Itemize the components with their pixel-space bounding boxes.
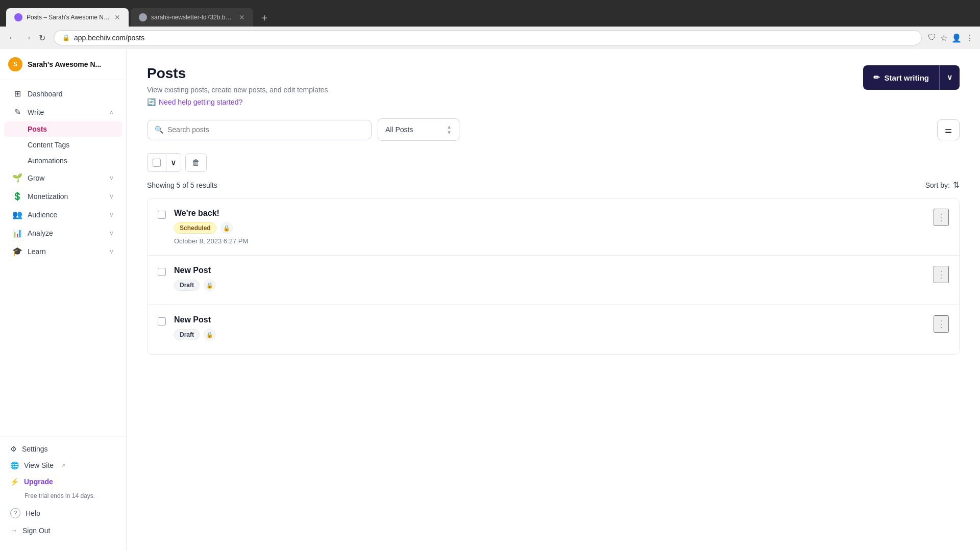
header-left: Posts View existing posts, create new po… xyxy=(147,65,328,106)
filter-label: All Posts xyxy=(385,126,413,134)
sort-label: Sort by: xyxy=(925,181,950,189)
sidebar-item-dashboard[interactable]: ⊞ Dashboard xyxy=(4,85,122,103)
trial-text: Free trial ends in 14 days. xyxy=(24,492,95,499)
tab-title-2: sarahs-newsletter-fd732b.beehi... xyxy=(151,14,235,21)
search-icon: 🔍 xyxy=(155,126,163,134)
post-2-content: New Post Draft 🔒 xyxy=(174,266,925,294)
select-all-checkbox-area[interactable] xyxy=(148,155,166,171)
filter-select[interactable]: All Posts ▲ ▼ xyxy=(378,118,459,141)
sidebar-item-learn[interactable]: 🎓 Learn ∨ xyxy=(4,242,122,260)
sidebar-logo: S xyxy=(8,57,22,71)
audience-label: Audience xyxy=(28,211,57,219)
upgrade-icon: ⚡ xyxy=(10,478,19,486)
table-row: We're back! Scheduled 🔒 October 8, 2023 … xyxy=(148,198,959,256)
delete-button[interactable]: 🗑 xyxy=(185,154,207,172)
sidebar-item-write[interactable]: ✎ Write ∧ xyxy=(4,103,122,121)
search-input[interactable] xyxy=(167,126,364,134)
columns-filter-button[interactable]: ⚌ xyxy=(937,119,960,140)
sidebar-item-automations[interactable]: Automations xyxy=(4,153,122,168)
sidebar-footer: ⚙ Settings 🌐 View Site ↗ ⚡ Upgrade Free … xyxy=(0,436,126,543)
browser-tab-2[interactable]: sarahs-newsletter-fd732b.beehi... ✕ xyxy=(131,8,253,27)
post-1-badges: Scheduled 🔒 xyxy=(174,222,925,234)
address-text: app.beehiiv.com/posts xyxy=(74,34,144,42)
sidebar-item-grow[interactable]: 🌱 Grow ∨ xyxy=(4,169,122,187)
post-2-more-button[interactable]: ⋮ xyxy=(934,266,949,283)
search-box[interactable]: 🔍 xyxy=(147,120,372,139)
columns-icon: ⚌ xyxy=(945,125,952,135)
sidebar-item-help[interactable]: ? Help xyxy=(4,504,122,522)
app-layout: S Sarah's Awesome N... ⊞ Dashboard ✎ Wri… xyxy=(0,49,980,551)
sidebar-item-settings[interactable]: ⚙ Settings xyxy=(4,441,122,457)
table-row: New Post Draft 🔒 ⋮ xyxy=(148,256,959,305)
grow-label: Grow xyxy=(28,174,44,182)
post-2-title[interactable]: New Post xyxy=(174,266,925,275)
learn-chevron-icon: ∨ xyxy=(109,248,114,255)
sidebar-item-view-site[interactable]: 🌐 View Site ↗ xyxy=(4,457,122,473)
learn-label: Learn xyxy=(28,247,46,256)
view-site-label: View Site xyxy=(24,461,54,469)
post-1-date: October 8, 2023 6:27 PM xyxy=(174,237,925,245)
select-all-checkbox[interactable] xyxy=(153,159,161,167)
lock-icon: 🔒 xyxy=(62,34,70,41)
post-1-checkbox[interactable] xyxy=(158,211,166,219)
browser-tab-active[interactable]: Posts – Sarah's Awesome Newsl... ✕ xyxy=(6,8,129,27)
dashboard-icon: ⊞ xyxy=(12,89,22,98)
help-icon: ? xyxy=(10,508,20,518)
help-link[interactable]: 🔄 Need help getting started? xyxy=(147,98,328,106)
post-3-more-button[interactable]: ⋮ xyxy=(934,315,949,333)
filter-arrows-icon: ▲ ▼ xyxy=(447,124,452,135)
tab-close-2[interactable]: ✕ xyxy=(239,13,245,21)
sidebar-item-upgrade[interactable]: ⚡ Upgrade xyxy=(4,473,122,490)
post-3-badges: Draft 🔒 xyxy=(174,329,925,341)
start-writing-label: Start writing xyxy=(884,73,929,82)
sidebar-item-posts[interactable]: Posts xyxy=(4,121,122,137)
sidebar-item-audience[interactable]: 👥 Audience ∨ xyxy=(4,206,122,223)
address-bar-actions: 🛡 ☆ 👤 ⋮ xyxy=(928,33,974,43)
grow-chevron-icon: ∨ xyxy=(109,174,114,182)
refresh-button[interactable]: ↻ xyxy=(37,31,47,45)
post-3-title[interactable]: New Post xyxy=(174,315,925,324)
automations-label: Automations xyxy=(28,157,67,165)
grow-icon: 🌱 xyxy=(12,173,22,183)
start-writing-button[interactable]: ✏ Start writing ∨ xyxy=(863,65,960,90)
bookmark-button[interactable]: ☆ xyxy=(940,33,947,43)
sidebar-item-content-tags[interactable]: Content Tags xyxy=(4,137,122,153)
select-all-dropdown[interactable]: ∨ xyxy=(147,153,181,172)
forward-button[interactable]: → xyxy=(21,31,34,45)
help-label: Help xyxy=(26,509,40,517)
sidebar-item-analyze[interactable]: 📊 Analyze ∨ xyxy=(4,224,122,242)
start-writing-dropdown-arrow[interactable]: ∨ xyxy=(940,65,960,90)
sign-out-label: Sign Out xyxy=(22,527,50,535)
sidebar: S Sarah's Awesome N... ⊞ Dashboard ✎ Wri… xyxy=(0,49,127,551)
sort-icon: ⇅ xyxy=(953,180,960,190)
address-bar[interactable]: 🔒 app.beehiiv.com/posts xyxy=(54,30,922,45)
post-3-lock-icon: 🔒 xyxy=(204,329,216,341)
page-subtitle: View existing posts, create new posts, a… xyxy=(147,86,328,94)
new-tab-button[interactable]: ＋ xyxy=(255,9,274,27)
settings-icon: ⚙ xyxy=(10,445,17,453)
sidebar-item-monetization[interactable]: 💲 Monetization ∨ xyxy=(4,187,122,205)
post-3-checkbox[interactable] xyxy=(158,317,166,325)
post-3-content: New Post Draft 🔒 xyxy=(174,315,925,344)
post-2-checkbox[interactable] xyxy=(158,268,166,276)
tab-close-active[interactable]: ✕ xyxy=(114,13,120,21)
browser-chrome: Posts – Sarah's Awesome Newsl... ✕ sarah… xyxy=(0,0,980,27)
sort-button[interactable]: Sort by: ⇅ xyxy=(925,180,960,190)
back-button[interactable]: ← xyxy=(6,31,18,45)
sidebar-item-sign-out[interactable]: → Sign Out xyxy=(4,522,122,539)
help-circle-icon: 🔄 xyxy=(147,98,156,106)
address-bar-row: ← → ↻ 🔒 app.beehiiv.com/posts 🛡 ☆ 👤 ⋮ xyxy=(0,27,980,49)
profile-button[interactable]: 👤 xyxy=(951,33,962,43)
tab-2-favicon xyxy=(139,13,147,21)
post-1-title[interactable]: We're back! xyxy=(174,209,925,218)
audience-chevron-icon: ∨ xyxy=(109,211,114,218)
dropdown-arrow-icon: ∨ xyxy=(170,158,177,167)
more-button[interactable]: ⋮ xyxy=(966,33,974,43)
post-1-content: We're back! Scheduled 🔒 October 8, 2023 … xyxy=(174,209,925,245)
sidebar-header: S Sarah's Awesome N... xyxy=(0,49,126,80)
results-row: Showing 5 of 5 results Sort by: ⇅ xyxy=(147,180,960,190)
post-1-more-button[interactable]: ⋮ xyxy=(934,209,949,226)
select-dropdown-button[interactable]: ∨ xyxy=(166,154,181,171)
extensions-button[interactable]: 🛡 xyxy=(928,33,936,42)
write-label: Write xyxy=(28,108,44,116)
